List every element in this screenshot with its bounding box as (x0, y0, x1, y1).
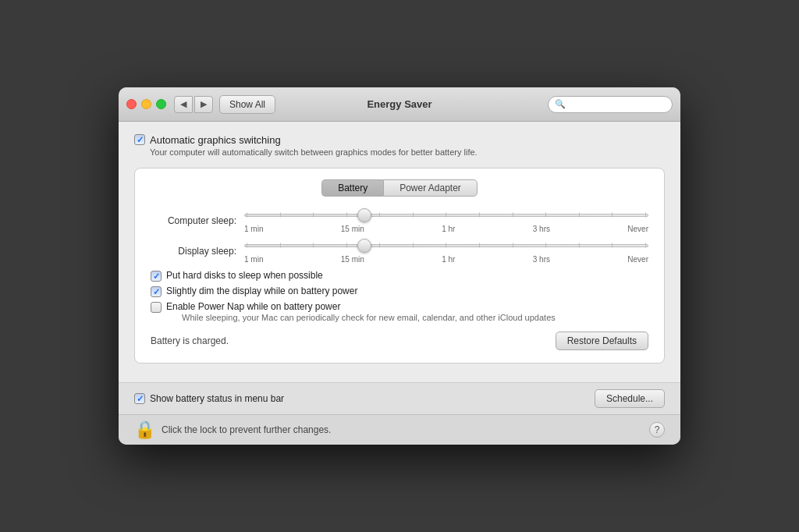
search-box[interactable]: 🔍 (548, 96, 673, 113)
show-battery-wrapper[interactable] (134, 393, 150, 404)
auto-graphics-checkbox[interactable] (134, 134, 145, 145)
panel-footer: Battery is charged. Restore Defaults (151, 332, 648, 350)
tick (579, 213, 580, 218)
show-battery-row: Show battery status in menu bar (134, 393, 284, 404)
tick (379, 213, 380, 218)
slider-label-3hrs: 3 hrs (533, 255, 550, 264)
search-icon: 🔍 (555, 99, 566, 109)
tick (513, 243, 513, 248)
slider-label-15min: 15 min (341, 255, 364, 264)
power-nap-wrapper[interactable] (151, 301, 166, 313)
tab-battery[interactable]: Battery (321, 179, 383, 197)
tick (645, 243, 646, 248)
tick (545, 243, 546, 248)
close-button[interactable] (126, 99, 137, 109)
dim-display-wrapper[interactable] (151, 286, 166, 297)
tick (346, 243, 347, 248)
display-sleep-wrapper (244, 244, 648, 247)
window-title: Energy Saver (367, 98, 431, 110)
minimize-button[interactable] (141, 99, 151, 109)
display-sleep-label: Display sleep: (151, 246, 236, 257)
hard-disk-sleep-row: Put hard disks to sleep when possible (151, 270, 648, 282)
main-panel: Battery Power Adapter Computer sleep: (134, 168, 665, 364)
computer-sleep-labels: 1 min 15 min 1 hr 3 hrs Never (244, 225, 648, 233)
computer-sleep-bg (244, 214, 648, 217)
nav-buttons: ◀ ▶ (174, 96, 213, 113)
display-sleep-slider-container: 1 min 15 min 1 hr 3 hrs Never (244, 238, 648, 264)
tick (479, 213, 480, 218)
tick (280, 243, 281, 248)
show-battery-checkbox[interactable] (134, 393, 145, 404)
power-nap-sublabel: While sleeping, your Mac can periodicall… (182, 313, 556, 322)
auto-graphics-checkbox-wrapper[interactable] (134, 134, 150, 145)
content-area: Automatic graphics switching Your comput… (119, 122, 680, 382)
tick (545, 213, 546, 218)
tick (479, 243, 480, 248)
traffic-lights (126, 99, 166, 109)
tick (612, 243, 613, 248)
main-window: ◀ ▶ Show All Energy Saver 🔍 Automatic gr… (119, 87, 680, 445)
computer-sleep-track[interactable] (244, 207, 648, 223)
power-nap-checkbox[interactable] (151, 302, 162, 313)
lock-left: 🔒 Click the lock to prevent further chan… (134, 421, 331, 438)
tick (513, 213, 513, 218)
slider-label-1hr: 1 hr (442, 255, 455, 264)
tick (280, 213, 281, 218)
lock-text: Click the lock to prevent further change… (162, 424, 331, 435)
checkboxes-section: Put hard disks to sleep when possible Sl… (151, 270, 648, 322)
show-all-button[interactable]: Show All (219, 95, 275, 114)
battery-status: Battery is charged. (151, 335, 229, 346)
computer-sleep-wrapper (244, 214, 648, 217)
tick (313, 213, 314, 218)
tick (346, 213, 347, 218)
tick (579, 243, 580, 248)
lock-icon[interactable]: 🔒 (134, 421, 155, 438)
schedule-button[interactable]: Schedule... (595, 389, 665, 408)
slider-label-1hr: 1 hr (442, 225, 455, 233)
search-input[interactable] (569, 99, 666, 110)
dim-display-label: Slightly dim the display while on batter… (166, 286, 357, 296)
slider-label-never: Never (627, 255, 648, 264)
lock-row: 🔒 Click the lock to prevent further chan… (119, 414, 680, 445)
tab-power-adapter[interactable]: Power Adapter (383, 179, 478, 197)
display-sleep-bg (244, 244, 648, 247)
display-sleep-thumb[interactable] (357, 239, 371, 253)
tick (313, 243, 314, 248)
titlebar: ◀ ▶ Show All Energy Saver 🔍 (119, 87, 680, 122)
tick (446, 243, 446, 248)
help-button[interactable]: ? (649, 422, 665, 438)
slider-label-3hrs: 3 hrs (533, 225, 550, 233)
auto-graphics-row: Automatic graphics switching Your comput… (134, 134, 665, 157)
maximize-button[interactable] (156, 99, 166, 109)
slider-label-never: Never (627, 225, 648, 233)
dim-display-row: Slightly dim the display while on batter… (151, 286, 648, 297)
tab-group: Battery Power Adapter (151, 179, 648, 197)
hard-disk-sleep-wrapper[interactable] (151, 270, 166, 282)
computer-sleep-row: Computer sleep: (151, 207, 648, 233)
tick (413, 213, 414, 218)
hard-disk-sleep-label: Put hard disks to sleep when possible (166, 270, 323, 281)
forward-button[interactable]: ▶ (194, 96, 213, 113)
computer-sleep-slider-container: 1 min 15 min 1 hr 3 hrs Never (244, 207, 648, 233)
tick (413, 243, 414, 248)
tick (247, 213, 247, 218)
display-sleep-row: Display sleep: (151, 238, 648, 264)
slider-label-15min: 15 min (341, 225, 364, 233)
power-nap-row: Enable Power Nap while on battery power … (151, 301, 648, 322)
back-button[interactable]: ◀ (174, 96, 193, 113)
display-sleep-labels: 1 min 15 min 1 hr 3 hrs Never (244, 255, 648, 264)
power-nap-label: Enable Power Nap while on battery power (166, 301, 556, 312)
hard-disk-sleep-checkbox[interactable] (151, 271, 162, 282)
tick (446, 213, 446, 218)
bottom-bar: Show battery status in menu bar Schedule… (119, 382, 680, 414)
auto-graphics-description: Your computer will automatically switch … (150, 147, 478, 157)
computer-sleep-thumb[interactable] (357, 208, 371, 222)
tick (645, 213, 646, 218)
dim-display-checkbox[interactable] (151, 286, 162, 297)
auto-graphics-text: Automatic graphics switching Your comput… (150, 134, 478, 157)
display-sleep-track[interactable] (244, 238, 648, 254)
tick (612, 213, 613, 218)
auto-graphics-label: Automatic graphics switching (150, 134, 478, 146)
restore-defaults-button[interactable]: Restore Defaults (556, 332, 648, 350)
tick (379, 243, 380, 248)
